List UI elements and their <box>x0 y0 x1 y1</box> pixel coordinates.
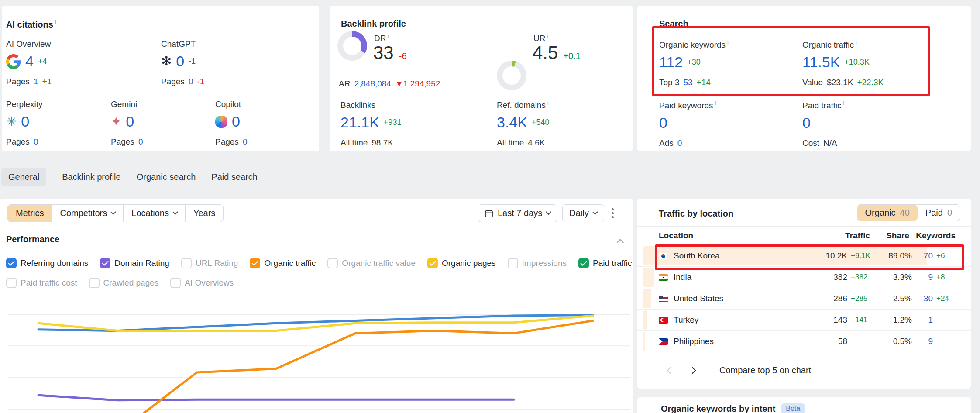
metrics-button[interactable]: Metrics <box>8 205 52 222</box>
ur-label: URi <box>533 33 548 43</box>
india-flag-icon <box>659 274 668 281</box>
years-button[interactable]: Years <box>185 205 223 222</box>
table-row-united-states[interactable]: United States 286 +285 2.5% 30 +24 <box>637 288 971 310</box>
stat-organic-traffic: Organic traffici 11.5K +10.3K Value$23.1… <box>802 39 884 87</box>
chevron-down-icon <box>110 209 116 215</box>
share-bar <box>643 289 651 308</box>
collapse-chevron-icon[interactable] <box>617 239 624 246</box>
checkbox-box <box>181 258 192 268</box>
stat-paid-keywords: Paid keywordsi 0 Ads0 <box>659 100 716 148</box>
checkbox-domain-rating[interactable]: Domain Rating <box>100 258 169 268</box>
stat-chatgpt: ChatGPT ✻ 0 -1 Pages0-1 <box>161 39 204 86</box>
stat-organic-keywords: Organic keywordsi 112 +30 Top 353+14 <box>659 39 729 87</box>
traffic-by-location-card: Traffic by location Organic40 Paid0 Loca… <box>637 199 971 389</box>
competitors-button[interactable]: Competitors <box>52 205 123 222</box>
divider <box>637 226 971 227</box>
next-page-icon[interactable] <box>689 367 696 374</box>
checkbox-box <box>6 258 17 268</box>
ur-donut-gauge <box>497 61 526 90</box>
metric-checkbox-row-2: Paid traffic cost Crawled pages AI Overv… <box>6 278 234 288</box>
calendar-icon <box>485 209 493 218</box>
backlink-profile-title: Backlink profile <box>341 19 406 29</box>
share-bar <box>643 310 647 330</box>
checkbox-ai-overviews[interactable]: AI Overviews <box>170 278 234 288</box>
beta-badge: Beta <box>781 403 805 413</box>
table-footer: Compare top 5 on chart <box>668 365 811 375</box>
ar-row: AR 2,848,084 ▼1,294,952 <box>339 79 440 89</box>
checkbox-box <box>578 258 589 268</box>
performance-line-chart <box>8 306 630 413</box>
checkbox-url-rating[interactable]: URL Rating <box>181 258 238 268</box>
date-controls: Last 7 days Daily <box>478 204 616 222</box>
perplexity-icon: ✳ <box>6 115 17 128</box>
share-bar <box>643 268 654 287</box>
checkbox-impressions[interactable]: Impressions <box>508 258 567 268</box>
table-row-south-korea[interactable]: South Korea 10.2K +9.1K 89.0% 70 +6 <box>637 245 971 267</box>
info-icon[interactable]: i <box>856 39 857 46</box>
table-row-turkey[interactable]: Turkey 143 +141 1.2% 1 <box>637 310 971 331</box>
info-icon[interactable]: i <box>377 100 378 106</box>
checkbox-referring-domains[interactable]: Referring domains <box>6 258 88 268</box>
traffic-by-location-title: Traffic by location <box>659 209 733 219</box>
stat-copilot: Copilot 0 Pages0 <box>215 100 247 147</box>
date-range-button[interactable]: Last 7 days <box>478 204 557 222</box>
tab-paid-search[interactable]: Paid search <box>211 168 258 186</box>
info-icon[interactable]: i <box>547 33 548 39</box>
tab-organic-search[interactable]: Organic search <box>137 168 196 186</box>
dr-label: DRi <box>374 33 389 43</box>
granularity-button[interactable]: Daily <box>562 204 604 222</box>
performance-card: Metrics Competitors Locations Years Last… <box>0 199 633 413</box>
checkbox-box <box>427 258 438 268</box>
share-bar <box>643 332 645 351</box>
info-icon[interactable]: i <box>727 39 729 46</box>
info-icon[interactable]: i <box>388 33 389 39</box>
checkbox-paid-traffic[interactable]: Paid traffic <box>578 258 632 268</box>
turkey-flag-icon <box>659 317 668 324</box>
checkbox-box <box>250 258 260 268</box>
checkbox-box <box>89 278 100 288</box>
stat-perplexity: Perplexity ✳ 0 Pages0 <box>6 100 42 147</box>
info-icon[interactable]: i <box>715 100 716 107</box>
tab-backlink-profile[interactable]: Backlink profile <box>62 168 121 186</box>
keywords-by-intent-title: Organic keywords by intent <box>661 404 775 413</box>
toggle-organic[interactable]: Organic40 <box>857 205 918 221</box>
filter-segmented-control: Metrics Competitors Locations Years <box>7 204 224 222</box>
performance-title: Performance <box>6 234 59 244</box>
checkbox-organic-traffic-value[interactable]: Organic traffic value <box>327 258 416 268</box>
search-card: Search Organic keywordsi 112 +30 Top 353… <box>637 6 971 151</box>
checkbox-box <box>508 258 518 268</box>
info-icon[interactable]: i <box>843 100 844 107</box>
dr-delta: -6 <box>399 51 407 61</box>
chevron-down-icon <box>592 209 598 215</box>
checkbox-organic-traffic[interactable]: Organic traffic <box>250 258 316 268</box>
checkbox-paid-traffic-cost[interactable]: Paid traffic cost <box>6 278 77 288</box>
table-row-philippines[interactable]: Philippines 58 0.5% 9 <box>637 331 971 352</box>
location-table-header: Location Traffic Share Keywords <box>659 231 956 241</box>
backlink-profile-card: Backlink profile DRi 33 -6 AR 2,848,084 … <box>330 6 633 151</box>
kebab-menu-icon[interactable] <box>609 206 616 221</box>
checkbox-organic-pages[interactable]: Organic pages <box>427 258 496 268</box>
location-table-body: South Korea 10.2K +9.1K 89.0% 70 +6 Indi… <box>637 245 971 352</box>
locations-button[interactable]: Locations <box>123 205 185 222</box>
tab-general[interactable]: General <box>1 168 46 186</box>
toggle-paid[interactable]: Paid0 <box>918 205 960 221</box>
stat-ref-domains: Ref. domainsi 3.4K +540 All time4.6K <box>497 100 550 148</box>
stat-paid-traffic: Paid traffici 0 CostN/A <box>802 100 844 148</box>
ai-citations-title: AI citationsi <box>6 19 56 30</box>
search-title: Search <box>659 19 688 29</box>
checkbox-box <box>327 258 338 268</box>
compare-top5-link[interactable]: Compare top 5 on chart <box>719 365 811 375</box>
copilot-icon <box>215 116 227 128</box>
table-row-india[interactable]: India 382 +382 3.3% 9 +8 <box>637 267 971 288</box>
gemini-icon: ✦ <box>111 115 121 128</box>
ur-delta: +0.1 <box>563 51 580 61</box>
checkbox-crawled-pages[interactable]: Crawled pages <box>89 278 159 288</box>
stat-backlinks: Backlinksi 21.1K +931 All time98.7K <box>340 100 401 148</box>
stat-delta: +4 <box>38 57 47 66</box>
stat-ai-overview: AI Overview 4 +4 Pages1+1 <box>6 39 52 86</box>
prev-page-icon[interactable] <box>667 367 674 374</box>
info-icon[interactable]: i <box>55 19 56 25</box>
chatgpt-icon: ✻ <box>161 55 172 68</box>
united-states-flag-icon <box>659 296 668 302</box>
info-icon[interactable]: i <box>547 100 549 106</box>
